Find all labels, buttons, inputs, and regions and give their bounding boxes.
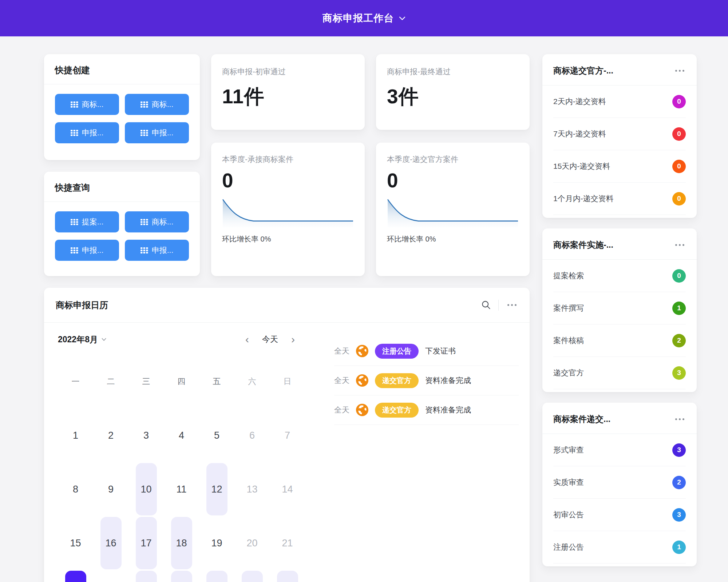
count-badge: 0 — [672, 95, 686, 108]
item-label: 7天内-递交资料 — [553, 129, 606, 139]
list-item[interactable]: 15天内-递交资料 0 — [553, 150, 686, 183]
list-item[interactable]: 注册公告 1 — [553, 531, 686, 563]
list-item[interactable]: 递交官方 3 — [553, 357, 686, 389]
calendar-day[interactable]: 19 — [199, 516, 234, 570]
calendar-day[interactable] — [128, 570, 164, 582]
calendar-day[interactable] — [164, 570, 199, 582]
event-row[interactable]: 全天 注册公告 下发证书 — [334, 336, 519, 366]
quick-query-button-1[interactable]: 提案... — [55, 211, 119, 232]
calendar-day[interactable] — [234, 570, 270, 582]
calendar-day[interactable]: 7 — [270, 408, 305, 462]
event-time: 全天 — [334, 375, 349, 386]
calendar-day[interactable] — [270, 570, 305, 582]
chevron-down-icon[interactable] — [399, 16, 405, 20]
weekday-label: 日 — [270, 374, 305, 389]
calendar-day[interactable]: 2 — [93, 408, 128, 462]
button-label: 商标... — [152, 217, 174, 227]
stat-value: 3件 — [387, 83, 519, 110]
quick-query-button-3[interactable]: 申报... — [55, 240, 119, 261]
next-month-button[interactable]: › — [291, 334, 295, 345]
calendar-day[interactable]: 11 — [164, 462, 199, 516]
quick-query-button-2[interactable]: 商标... — [125, 211, 189, 232]
list-item[interactable]: 案件核稿 2 — [553, 324, 686, 357]
more-icon[interactable] — [674, 243, 686, 247]
stat-title: 商标申报-最终通过 — [387, 67, 519, 77]
weekday-label: 二 — [93, 374, 128, 389]
prev-month-button[interactable]: ‹ — [245, 334, 249, 345]
panel-case-implement: 商标案件实施-... 提案检索 0 案件撰写 1 案件核稿 2 递交官方 — [542, 228, 697, 392]
calendar-day[interactable]: 8 — [58, 462, 93, 516]
weekday-label: 三 — [128, 374, 164, 389]
more-icon[interactable] — [674, 417, 686, 422]
quick-query-title: 快捷查询 — [44, 172, 200, 202]
button-label: 申报... — [82, 128, 104, 138]
calendar-day[interactable] — [199, 570, 234, 582]
calendar-day[interactable]: 13 — [234, 462, 270, 516]
count-badge: 0 — [672, 269, 686, 283]
list-item[interactable]: 1个月内-递交资料 0 — [553, 183, 686, 215]
button-label: 提案... — [82, 217, 104, 227]
panel-case-submit: 商标案件递交... 形式审查 3 实质审查 2 初审公告 3 注册公告 1 — [542, 403, 697, 566]
button-label: 申报... — [152, 245, 174, 255]
calendar-day[interactable]: 6 — [234, 408, 270, 462]
event-text: 资料准备完成 — [425, 375, 471, 386]
search-icon[interactable] — [481, 300, 491, 310]
workbench-page: 商标申报工作台 快捷创建 商标... — [0, 0, 728, 582]
event-row[interactable]: 全天 递交官方 资料准备完成 — [334, 395, 519, 425]
calendar-day[interactable]: 3 — [128, 408, 164, 462]
quick-create-button-2[interactable]: 商标... — [125, 94, 189, 115]
trend-footer: 环比增长率 0% — [222, 234, 354, 244]
quick-query-button-4[interactable]: 申报... — [125, 240, 189, 261]
list-item[interactable]: 案件撰写 1 — [553, 292, 686, 324]
globe-icon — [356, 345, 368, 357]
list-item[interactable]: 实质审查 2 — [553, 466, 686, 499]
quick-create-title: 快捷创建 — [44, 54, 200, 84]
list-item[interactable]: 形式审查 3 — [553, 434, 686, 466]
globe-icon — [356, 404, 368, 416]
weekday-label: 四 — [164, 374, 199, 389]
calendar-day[interactable]: 16 — [93, 516, 128, 570]
app-header: 商标申报工作台 — [0, 0, 728, 36]
globe-icon — [356, 374, 368, 387]
calendar-day[interactable]: 10 — [128, 462, 164, 516]
calendar-day[interactable]: 12 — [199, 462, 234, 516]
list-item[interactable]: 2天内-递交资料 0 — [553, 85, 686, 118]
calendar-day[interactable] — [93, 570, 128, 582]
list-item[interactable]: 提案检索 0 — [553, 260, 686, 292]
calendar-day[interactable]: 15 — [58, 516, 93, 570]
calendar-day[interactable]: 21 — [270, 516, 305, 570]
weekday-label: 五 — [199, 374, 234, 389]
list-item[interactable]: 初审公告 3 — [553, 499, 686, 531]
left-region: 快捷创建 商标... 商标... — [44, 54, 530, 582]
count-badge: 0 — [672, 192, 686, 206]
calendar-day[interactable]: 18 — [164, 516, 199, 570]
more-icon[interactable] — [674, 68, 686, 73]
event-time: 全天 — [334, 405, 349, 415]
right-column: 商标递交官方-... 2天内-递交资料 0 7天内-递交资料 0 15天内-递交… — [542, 54, 697, 566]
calendar-day[interactable]: 1 — [58, 408, 93, 462]
item-label: 注册公告 — [553, 542, 584, 552]
calendar-day[interactable]: 9 — [93, 462, 128, 516]
weekday-label: 六 — [234, 374, 270, 389]
quick-create-button-1[interactable]: 商标... — [55, 94, 119, 115]
more-icon[interactable] — [506, 303, 518, 307]
today-button[interactable]: 今天 — [262, 334, 278, 345]
calendar-week-row: 15 16 17 18 19 20 21 — [58, 516, 305, 570]
calendar-week-row: 8 9 10 11 12 13 14 — [58, 462, 305, 516]
calendar-day[interactable]: 17 — [128, 516, 164, 570]
stat-title: 商标申报-初审通过 — [222, 67, 354, 77]
calendar-day[interactable]: 14 — [270, 462, 305, 516]
item-label: 2天内-递交资料 — [553, 96, 606, 107]
calendar-day[interactable]: 20 — [234, 516, 270, 570]
calendar-day-today[interactable] — [58, 570, 93, 582]
button-label: 商标... — [152, 99, 174, 109]
quick-create-button-4[interactable]: 申报... — [125, 122, 189, 143]
panel-submit-official: 商标递交官方-... 2天内-递交资料 0 7天内-递交资料 0 15天内-递交… — [542, 54, 697, 218]
list-item[interactable]: 7天内-递交资料 0 — [553, 118, 686, 150]
calendar-day[interactable]: 4 — [164, 408, 199, 462]
calendar-day[interactable]: 5 — [199, 408, 234, 462]
item-label: 案件核稿 — [553, 335, 584, 346]
event-row[interactable]: 全天 递交官方 资料准备完成 — [334, 366, 519, 395]
quick-create-button-3[interactable]: 申报... — [55, 122, 119, 143]
month-selector[interactable]: 2022年8月 — [58, 334, 106, 345]
